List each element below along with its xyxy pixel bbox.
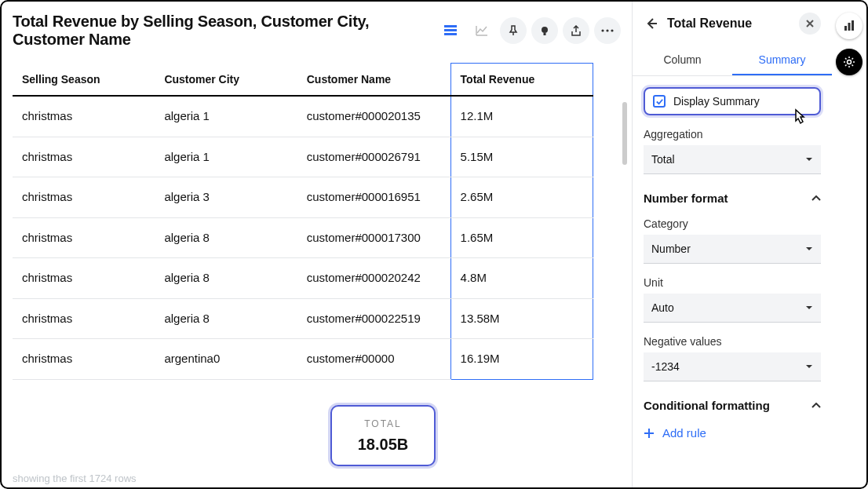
negative-select[interactable]: -1234	[644, 352, 821, 381]
cell-city: algeria 8	[155, 298, 297, 339]
cell-city: algeria 1	[155, 137, 297, 177]
share-icon	[571, 25, 582, 36]
table-row[interactable]: christmasalgeria 3customer#0000169512.65…	[13, 177, 593, 218]
cell-revenue: 12.1M	[450, 96, 593, 137]
svg-point-11	[848, 60, 852, 64]
table-row[interactable]: christmasalgeria 1customer#00002013512.1…	[13, 96, 593, 137]
panel-back-button[interactable]	[644, 16, 659, 31]
number-format-title: Number format	[644, 192, 728, 205]
cell-name: customer#000020242	[297, 258, 450, 299]
cell-season: christmas	[13, 177, 155, 218]
pin-button[interactable]	[500, 17, 527, 44]
category-select[interactable]: Number	[644, 235, 821, 264]
cell-season: christmas	[13, 298, 155, 339]
cell-revenue: 13.58M	[450, 298, 593, 339]
col-header-city[interactable]: Customer City	[155, 64, 297, 97]
table-row[interactable]: christmasalgeria 8customer#0000173001.65…	[13, 217, 593, 258]
unit-select[interactable]: Auto	[644, 294, 821, 323]
summary-total-value: 18.05B	[358, 436, 409, 454]
cell-season: christmas	[13, 137, 155, 177]
display-summary-checkbox[interactable]	[653, 95, 666, 108]
table-row[interactable]: christmasalgeria 1customer#0000267915.15…	[13, 137, 593, 177]
svg-point-7	[611, 29, 613, 31]
svg-point-6	[606, 29, 608, 31]
display-summary-checkbox-row[interactable]: Display Summary	[644, 87, 821, 115]
svg-rect-2	[444, 33, 457, 35]
aggregation-label: Aggregation	[644, 128, 821, 140]
aggregation-select[interactable]: Total	[644, 145, 821, 174]
svg-rect-1	[444, 29, 457, 31]
row-count-note: showing the first 1724 rows	[13, 473, 137, 484]
unit-value: Auto	[651, 301, 674, 314]
cell-city: algeria 1	[155, 96, 297, 137]
table-view-button[interactable]	[437, 17, 464, 44]
cell-season: christmas	[13, 339, 155, 380]
gear-icon	[843, 56, 855, 68]
summary-total-label: TOTAL	[364, 418, 402, 429]
check-icon	[655, 97, 664, 106]
svg-rect-8	[844, 26, 847, 31]
panel-title: Total Revenue	[667, 16, 791, 31]
chart-toolbar	[437, 17, 621, 44]
col-header-season[interactable]: Selling Season	[13, 64, 155, 97]
negative-value: -1234	[651, 360, 680, 373]
insights-button[interactable]	[531, 17, 558, 44]
chevron-down-icon	[805, 157, 813, 162]
tab-summary[interactable]: Summary	[732, 46, 832, 75]
conditional-formatting-title: Conditional formatting	[644, 399, 770, 412]
bar-chart-icon	[843, 20, 855, 32]
svg-rect-10	[852, 20, 854, 31]
add-rule-label: Add rule	[662, 426, 706, 440]
summary-total-box: TOTAL 18.05B	[330, 405, 436, 466]
panel-close-button[interactable]	[799, 13, 821, 35]
plus-icon	[644, 428, 655, 439]
cell-season: christmas	[13, 96, 155, 137]
cell-revenue: 5.15M	[450, 137, 593, 177]
svg-point-5	[601, 29, 604, 31]
cell-name: customer#000017300	[297, 217, 450, 258]
data-table: Selling Season Customer City Customer Na…	[13, 63, 593, 380]
lightbulb-icon	[539, 25, 550, 36]
settings-panel-button[interactable]	[836, 49, 863, 75]
table-row[interactable]: christmasargentina0customer#0000016.19M	[13, 339, 593, 380]
cell-name: customer#000016951	[297, 177, 450, 218]
svg-point-3	[542, 27, 548, 33]
chevron-down-icon	[805, 364, 813, 369]
chevron-down-icon	[805, 246, 813, 251]
cell-season: christmas	[13, 217, 155, 258]
arrow-left-icon	[645, 17, 658, 30]
number-format-section[interactable]: Number format	[644, 192, 821, 205]
table-scrollbar[interactable]	[622, 102, 627, 165]
more-icon	[601, 29, 614, 32]
pin-icon	[508, 25, 519, 36]
add-rule-button[interactable]: Add rule	[644, 426, 821, 440]
cell-name: customer#00000	[297, 339, 450, 380]
tab-column[interactable]: Column	[633, 46, 732, 75]
unit-label: Unit	[644, 276, 821, 289]
share-button[interactable]	[563, 17, 589, 44]
chart-view-button[interactable]	[469, 17, 495, 44]
chevron-down-icon	[805, 305, 813, 310]
line-chart-icon	[475, 24, 489, 38]
cell-revenue: 4.8M	[450, 258, 593, 299]
cell-revenue: 1.65M	[450, 217, 593, 258]
chart-panel-button[interactable]	[836, 13, 863, 39]
page-title: Total Revenue by Selling Season, Custome…	[13, 13, 429, 49]
cell-city: algeria 8	[155, 258, 297, 299]
conditional-formatting-section[interactable]: Conditional formatting	[644, 399, 821, 412]
col-header-name[interactable]: Customer Name	[297, 64, 450, 97]
chevron-up-icon	[811, 403, 821, 409]
more-button[interactable]	[594, 17, 621, 44]
display-summary-label: Display Summary	[673, 95, 760, 108]
table-row[interactable]: christmasalgeria 8customer#0000202424.8M	[13, 258, 593, 299]
close-icon	[805, 19, 815, 28]
col-header-revenue[interactable]: Total Revenue	[450, 64, 593, 97]
cell-season: christmas	[13, 258, 155, 299]
category-value: Number	[651, 243, 691, 255]
cursor-icon	[790, 108, 808, 126]
cell-revenue: 16.19M	[450, 339, 593, 380]
table-row[interactable]: christmasalgeria 8customer#00002251913.5…	[13, 298, 593, 339]
column-settings-panel: Total Revenue Column Summary Display Sum…	[632, 2, 832, 487]
cell-name: customer#000020135	[297, 96, 450, 137]
data-table-container: Selling Season Customer City Customer Na…	[13, 63, 632, 487]
